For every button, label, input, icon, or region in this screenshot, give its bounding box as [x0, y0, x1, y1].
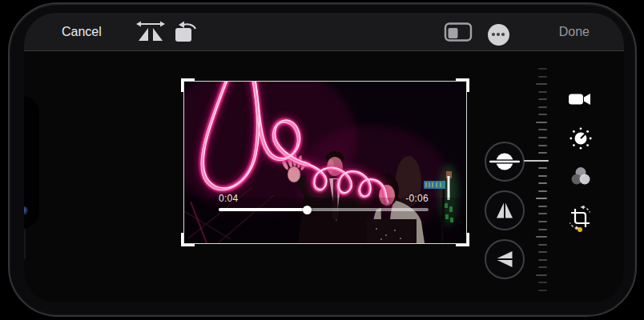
more-options-button[interactable]: [487, 23, 509, 46]
horizontal-perspective-icon: [496, 250, 513, 269]
straighten-button[interactable]: [485, 142, 525, 182]
straighten-dial[interactable]: [524, 68, 551, 297]
flip-horizontal-button[interactable]: [135, 18, 167, 46]
toolbar: Cancel: [24, 13, 624, 51]
playhead[interactable]: [303, 206, 312, 214]
screen: Cancel: [24, 13, 624, 302]
crop-rotate-icon: [568, 206, 592, 230]
horizontal-perspective-button[interactable]: [485, 239, 525, 279]
crop-handle-top-left[interactable]: [181, 78, 195, 92]
vertical-perspective-button[interactable]: [485, 190, 525, 230]
front-camera-icon: [24, 206, 28, 215]
mode-filters-button[interactable]: [569, 164, 593, 188]
mode-crop-button[interactable]: [568, 206, 592, 230]
mode-video-button[interactable]: [568, 87, 592, 111]
mode-adjust-button[interactable]: [569, 126, 593, 150]
iphone-device: Cancel: [8, 2, 637, 317]
video-scrubber[interactable]: [219, 208, 429, 211]
remaining-time: -0:06: [405, 193, 429, 204]
notch: [24, 96, 39, 229]
elapsed-time: 0:04: [219, 193, 239, 204]
video-preview[interactable]: 0:04 -0:06: [184, 82, 466, 243]
crop-handle-bottom-right[interactable]: [456, 233, 469, 246]
vertical-perspective-icon: [495, 202, 514, 219]
rotate-button[interactable]: [171, 18, 200, 46]
flip-horizontal-icon: [135, 20, 166, 44]
rotate-icon: [172, 20, 199, 44]
more-icon: [488, 24, 509, 46]
adjust-dial-icon: [570, 127, 592, 150]
earpiece-speaker: [24, 228, 26, 260]
cancel-button[interactable]: Cancel: [62, 22, 102, 42]
video-content: [184, 82, 466, 243]
aspect-ratio-icon: [444, 22, 473, 42]
scrubber-played: [219, 208, 307, 211]
done-button[interactable]: Done: [559, 22, 590, 42]
filters-icon: [570, 166, 591, 186]
stage: Cancel: [0, 0, 644, 320]
dial-indicator: [524, 160, 549, 162]
straighten-icon: [489, 152, 521, 171]
video-camera-icon: [568, 90, 592, 108]
aspect-ratio-button[interactable]: [443, 20, 473, 44]
crop-edited-indicator-dot: [578, 227, 582, 232]
crop-handle-bottom-left[interactable]: [181, 233, 195, 246]
crop-handle-top-right[interactable]: [456, 78, 469, 92]
